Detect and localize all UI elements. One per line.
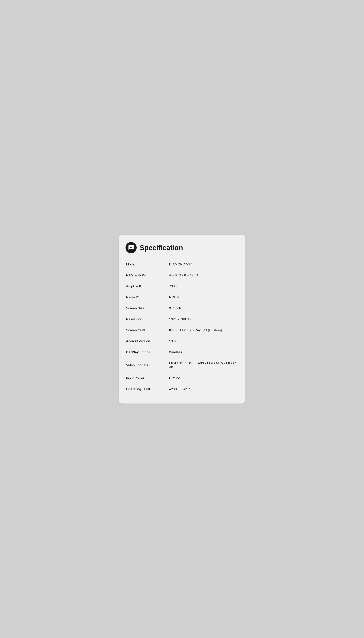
spec-label-video-formats: Video Formats — [126, 358, 168, 373]
spec-value-screen-size: 9.7 inch — [168, 303, 239, 314]
spec-label-model: Model — [126, 259, 168, 270]
specification-card: Specification ModelDIAMOND V97RAM & ROM4… — [119, 235, 246, 403]
spec-value-input-power: DC12V — [168, 373, 239, 384]
spec-table: ModelDIAMOND V97RAM & ROM4 + 64G / 6 + 1… — [126, 259, 239, 395]
table-row: Android Version13.0 — [126, 336, 239, 347]
page-title: Specification — [140, 244, 183, 252]
spec-label-amplifie-ic: Amplifie IC — [126, 281, 168, 292]
table-row: Screen CraftIPS Full Fit / Blu-Ray IPS (… — [126, 325, 239, 336]
spec-value-amplifie-ic: 7388 — [168, 281, 239, 292]
table-row: Input PowerDC12V — [126, 373, 239, 384]
spec-value-resolution: 1024 x 768 dpi — [168, 314, 239, 325]
spec-value-ram-rom: 4 + 64G / 6 + 128G — [168, 270, 239, 281]
spec-value-screen-craft: IPS Full Fit / Blu-Ray IPS (Custom) — [168, 325, 239, 336]
spec-value-android-version: 13.0 — [168, 336, 239, 347]
table-row: Radio ICROHM — [126, 292, 239, 303]
card-header: Specification — [126, 242, 239, 253]
spec-label-radio-ic: Radio IC — [126, 292, 168, 303]
spec-value-operating-temp: –20°C ~ 70°C — [168, 384, 239, 395]
chat-bubble-icon — [126, 242, 137, 253]
table-row: Screen Size9.7 inch — [126, 303, 239, 314]
table-row: CarPlay iPhoneWireless — [126, 347, 239, 358]
table-row: Video FormatsMP4 / 3GP / AVI / DVIX / FL… — [126, 358, 239, 373]
spec-value-carplay: Wireless — [168, 347, 239, 358]
spec-value-video-formats: MP4 / 3GP / AVI / DVIX / FLV / MKV / MPG… — [168, 358, 239, 373]
spec-label-screen-size: Screen Size — [126, 303, 168, 314]
table-row: ModelDIAMOND V97 — [126, 259, 239, 270]
spec-label-ram-rom: RAM & ROM — [126, 270, 168, 281]
table-row: Amplifie IC7388 — [126, 281, 239, 292]
spec-label-screen-craft: Screen Craft — [126, 325, 168, 336]
spec-value-model: DIAMOND V97 — [168, 259, 239, 270]
spec-label-input-power: Input Power — [126, 373, 168, 384]
spec-label-resolution: Resolution — [126, 314, 168, 325]
table-row: Resolution1024 x 768 dpi — [126, 314, 239, 325]
spec-label-carplay: CarPlay iPhone — [126, 347, 168, 358]
table-row: Operating TEMP–20°C ~ 70°C — [126, 384, 239, 395]
spec-value-radio-ic: ROHM — [168, 292, 239, 303]
table-row: RAM & ROM4 + 64G / 6 + 128G — [126, 270, 239, 281]
spec-label-android-version: Android Version — [126, 336, 168, 347]
spec-label-operating-temp: Operating TEMP — [126, 384, 168, 395]
